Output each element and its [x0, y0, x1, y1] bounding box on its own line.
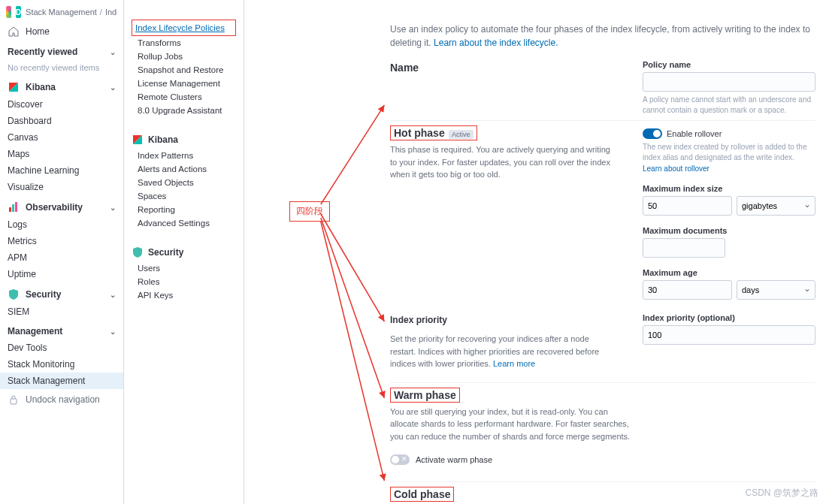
max-docs-input[interactable] [643, 238, 725, 258]
watermark: CSDN @筑梦之路 [745, 487, 818, 499]
elastic-logo-icon [6, 6, 11, 18]
nav-section-management[interactable]: Management ⌄ [0, 320, 123, 340]
nav-stack-management[interactable]: Stack Management [0, 373, 123, 389]
nav-section-label: Recently viewed [8, 47, 77, 57]
subnav-advanced[interactable]: Advanced Settings [124, 216, 244, 230]
nav-home[interactable]: Home [0, 23, 123, 41]
warm-toggle-label: Activate warm phase [416, 455, 492, 464]
kibana-icon [8, 81, 20, 93]
nav-devtools[interactable]: Dev Tools [0, 340, 123, 356]
main-content: Use an index policy to automate the four… [244, 0, 826, 504]
nav-section-kibana[interactable]: Kibana ⌄ [0, 75, 123, 96]
subnav-license[interactable]: License Management [124, 77, 244, 90]
active-badge: Active [449, 130, 474, 139]
chevron-down-icon: ⌄ [110, 204, 116, 212]
subnav-rollup[interactable]: Rollup Jobs [124, 50, 244, 63]
subnav-apikeys[interactable]: API Keys [124, 288, 244, 302]
nav-stack-monitoring[interactable]: Stack Monitoring [0, 356, 123, 373]
priority-link[interactable]: Learn more [493, 359, 535, 368]
subnav-users[interactable]: Users [124, 261, 244, 275]
warm-phase-desc: You are still querying your index, but i… [390, 403, 631, 451]
subnav-upgrade[interactable]: 8.0 Upgrade Assistant [124, 104, 244, 117]
max-age-label: Maximum age [643, 268, 815, 277]
rollover-switch[interactable] [643, 128, 662, 139]
rollover-hint: The new index created by rollover is add… [643, 142, 815, 163]
subnav-ilm[interactable]: Index Lifecycle Policies [135, 21, 232, 35]
nav-header: D Stack Management/Index patterns/Create… [0, 5, 123, 23]
space-avatar[interactable]: D [16, 6, 21, 18]
kibana-icon [132, 134, 144, 146]
nav-discover[interactable]: Discover [0, 96, 123, 113]
rollover-label: Enable rollover [667, 129, 722, 138]
nav-section-security[interactable]: Security ⌄ [0, 282, 123, 303]
subnav-snapshot[interactable]: Snapshot and Restore [124, 63, 244, 77]
nav-uptime[interactable]: Uptime [0, 266, 123, 282]
nav-section-label: Management [8, 326, 62, 337]
nav-visualize[interactable]: Visualize [0, 179, 123, 195]
nav-dashboard[interactable]: Dashboard [0, 113, 123, 129]
hot-phase-title: Hot phase [394, 127, 445, 139]
max-size-input[interactable] [643, 196, 732, 216]
highlight-box: Index Lifecycle Policies [132, 20, 236, 36]
breadcrumb-b[interactable]: Index patterns [105, 8, 117, 17]
security-shield-icon [132, 246, 144, 258]
policy-name-hint: A policy name cannot start with an under… [643, 95, 815, 116]
primary-nav: D Stack Management/Index patterns/Create… [0, 0, 124, 504]
page-description: Use an index policy to automate the four… [390, 0, 815, 57]
nav-apm[interactable]: APM [0, 249, 123, 266]
cold-phase-title: Cold phase [394, 488, 450, 500]
priority-title: Index priority [390, 310, 620, 330]
nav-canvas[interactable]: Canvas [0, 129, 123, 146]
nav-siem[interactable]: SIEM [0, 303, 123, 320]
subnav-security-header: Security [124, 243, 244, 261]
security-shield-icon [8, 288, 20, 300]
annotation-label: 四阶段 [289, 201, 330, 222]
subnav-reporting[interactable]: Reporting [124, 203, 244, 216]
svg-rect-2 [15, 202, 17, 212]
subnav-alerts[interactable]: Alerts and Actions [124, 162, 244, 176]
breadcrumb-a[interactable]: Stack Management [26, 8, 97, 17]
subnav-remote[interactable]: Remote Clusters [124, 90, 244, 104]
management-subnav: Index Lifecycle Policies Transforms Roll… [124, 0, 244, 504]
nav-section-label: Observability [26, 202, 83, 213]
nav-home-label: Home [26, 26, 50, 37]
home-icon [8, 26, 20, 38]
priority-label: Index priority (optional) [643, 313, 815, 322]
nav-section-recent[interactable]: Recently viewed ⌄ [0, 41, 123, 60]
nav-logs[interactable]: Logs [0, 216, 123, 233]
undock-navigation[interactable]: Undock navigation [0, 389, 123, 410]
rollover-link[interactable]: Learn about rollover [643, 164, 710, 173]
priority-input[interactable] [643, 325, 815, 345]
warm-phase-title: Warm phase [394, 389, 456, 401]
nav-section-observability[interactable]: Observability ⌄ [0, 195, 123, 216]
chevron-down-icon: ⌄ [110, 83, 116, 92]
max-age-input[interactable] [643, 280, 732, 300]
subnav-section-label: Kibana [148, 134, 178, 145]
max-size-label: Maximum index size [643, 184, 815, 193]
chevron-down-icon: ⌄ [110, 291, 116, 299]
subnav-kibana-header: Kibana [124, 131, 244, 149]
subnav-index-patterns[interactable]: Index Patterns [124, 149, 244, 162]
nav-ml[interactable]: Machine Learning [0, 162, 123, 179]
chevron-down-icon: ⌄ [110, 48, 116, 56]
policy-name-input[interactable] [643, 72, 815, 92]
highlight-box: Hot phase Active [390, 125, 477, 140]
subnav-roles[interactable]: Roles [124, 275, 244, 288]
subnav-transforms[interactable]: Transforms [124, 36, 244, 50]
max-age-unit-select[interactable]: days [737, 280, 815, 300]
highlight-box: Cold phase [390, 487, 454, 502]
breadcrumb: Stack Management/Index patterns/Create i… [26, 8, 117, 17]
svg-rect-3 [11, 399, 17, 404]
name-title: Name [390, 57, 620, 78]
subnav-section-label: Security [148, 247, 183, 258]
svg-rect-1 [12, 204, 14, 212]
subnav-spaces[interactable]: Spaces [124, 189, 244, 203]
warm-switch[interactable]: ✕ [390, 454, 410, 465]
subnav-saved-objects[interactable]: Saved Objects [124, 176, 244, 189]
nav-section-label: Security [26, 289, 61, 300]
nav-maps[interactable]: Maps [0, 146, 123, 162]
undock-label: Undock navigation [26, 394, 100, 405]
max-size-unit-select[interactable]: gigabytes [737, 196, 815, 216]
nav-metrics[interactable]: Metrics [0, 233, 123, 249]
learn-lifecycle-link[interactable]: Learn about the index lifecycle. [434, 38, 558, 48]
